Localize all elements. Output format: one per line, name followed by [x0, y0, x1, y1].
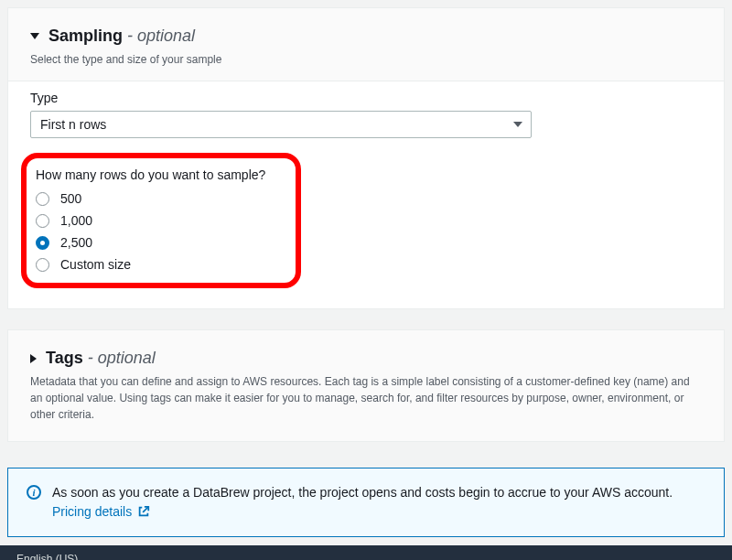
radio-label: 1,000 [60, 213, 92, 228]
sampling-header[interactable]: Sampling - optional Select the type and … [8, 8, 724, 81]
tags-title: Tags - optional [46, 349, 156, 368]
radio-icon [36, 192, 49, 206]
sampling-panel: Sampling - optional Select the type and … [7, 7, 725, 309]
info-icon: i [27, 485, 41, 500]
radio-selected-icon [36, 236, 49, 250]
type-select-value[interactable]: First n rows [30, 111, 532, 138]
radio-label: Custom size [60, 257, 131, 272]
caret-down-icon [30, 33, 39, 39]
info-text: As soon as you create a DataBrew project… [52, 483, 705, 522]
language-selector[interactable]: English (US) [16, 553, 78, 560]
tags-description: Metadata that you can define and assign … [30, 373, 702, 423]
info-alert: i As soon as you create a DataBrew proje… [7, 468, 725, 537]
radio-option-custom[interactable]: Custom size [36, 257, 283, 272]
tags-panel: Tags - optional Metadata that you can de… [7, 329, 725, 442]
sampling-title: Sampling - optional [48, 27, 195, 46]
radio-icon [36, 258, 49, 272]
caret-right-icon [30, 354, 37, 363]
radio-option-2500[interactable]: 2,500 [36, 235, 283, 250]
radio-label: 500 [60, 191, 81, 206]
rows-question: How many rows do you want to sample? [36, 167, 283, 182]
sampling-body: Type First n rows How many rows do you w… [8, 81, 724, 308]
sampling-description: Select the type and size of your sample [30, 51, 702, 68]
external-link-icon [137, 505, 150, 518]
pricing-details-link[interactable]: Pricing details [52, 504, 150, 519]
radio-icon [36, 214, 49, 228]
tags-header[interactable]: Tags - optional Metadata that you can de… [8, 330, 724, 441]
radio-option-1000[interactable]: 1,000 [36, 213, 283, 228]
radio-label: 2,500 [60, 235, 92, 250]
radio-option-500[interactable]: 500 [36, 191, 283, 206]
rows-highlight: How many rows do you want to sample? 500… [21, 153, 301, 288]
type-label: Type [30, 91, 702, 105]
type-select[interactable]: First n rows [30, 111, 532, 138]
console-footer: English (US) [0, 545, 732, 560]
